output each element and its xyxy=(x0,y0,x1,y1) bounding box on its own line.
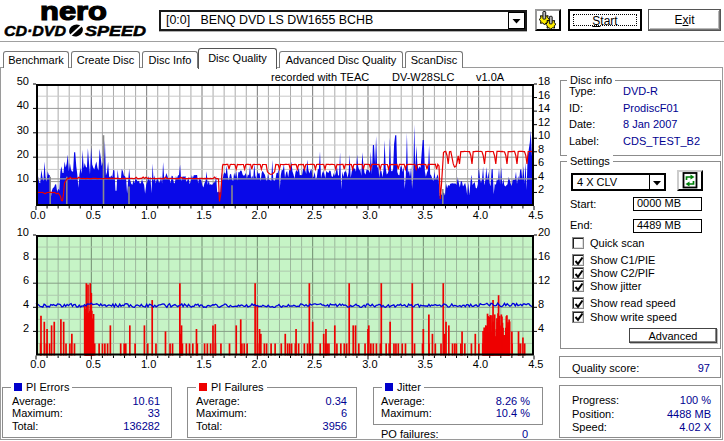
svg-text:CD·DVD: CD·DVD xyxy=(4,24,66,38)
svg-text:SPEED: SPEED xyxy=(85,24,146,38)
svg-text:nero: nero xyxy=(40,0,107,21)
